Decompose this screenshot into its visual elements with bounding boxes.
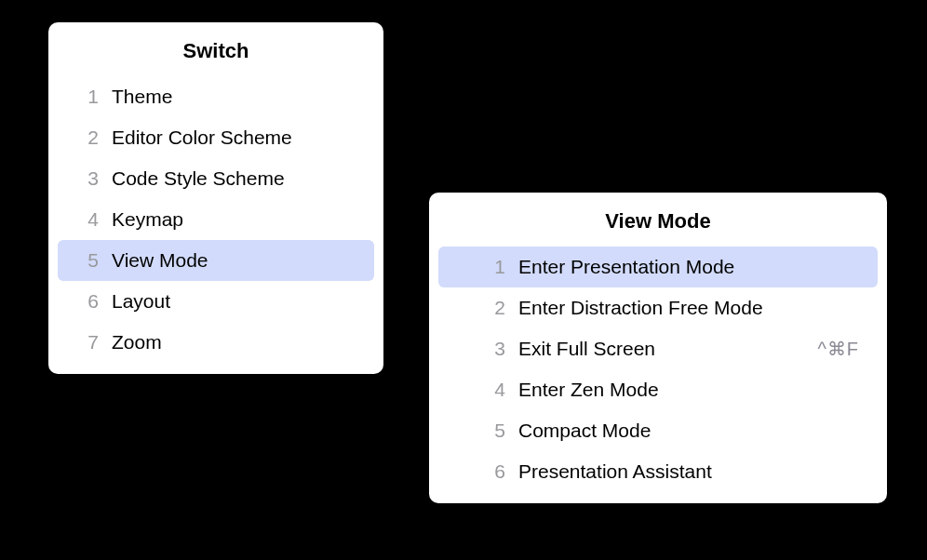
item-number: 5 (74, 249, 99, 272)
switch-item-zoom[interactable]: 7 Zoom (58, 322, 374, 363)
switch-popup-title: Switch (48, 22, 383, 76)
item-number: 4 (448, 379, 505, 401)
item-label: Code Style Scheme (112, 167, 357, 190)
item-number: 6 (74, 290, 99, 313)
item-label: Enter Presentation Mode (518, 256, 859, 278)
item-number: 1 (74, 86, 99, 108)
item-number: 3 (74, 167, 99, 190)
viewmode-popup-title: View Mode (429, 193, 887, 247)
item-number: 1 (448, 256, 505, 278)
switch-item-layout[interactable]: 6 Layout (58, 281, 374, 322)
item-label: Keymap (112, 208, 357, 231)
switch-item-view-mode[interactable]: 5 View Mode (58, 240, 374, 281)
viewmode-item-exit-full-screen[interactable]: 3 Exit Full Screen ^⌘F (438, 328, 878, 369)
viewmode-popup: View Mode 1 Enter Presentation Mode 2 En… (429, 193, 887, 503)
item-label: Enter Zen Mode (518, 379, 859, 401)
viewmode-item-enter-distraction-free-mode[interactable]: 2 Enter Distraction Free Mode (438, 287, 878, 328)
switch-item-theme[interactable]: 1 Theme (58, 76, 374, 117)
viewmode-menu-list: 1 Enter Presentation Mode 2 Enter Distra… (429, 247, 887, 492)
switch-item-editor-color-scheme[interactable]: 2 Editor Color Scheme (58, 117, 374, 158)
viewmode-item-compact-mode[interactable]: 5 Compact Mode (438, 410, 878, 451)
switch-item-keymap[interactable]: 4 Keymap (58, 199, 374, 240)
item-label: Theme (112, 86, 357, 108)
item-shortcut: ^⌘F (817, 338, 859, 360)
switch-menu-list: 1 Theme 2 Editor Color Scheme 3 Code Sty… (48, 76, 383, 363)
item-label: Enter Distraction Free Mode (518, 297, 859, 319)
viewmode-item-presentation-assistant[interactable]: 6 Presentation Assistant (438, 451, 878, 492)
item-number: 5 (448, 420, 505, 442)
item-label: Editor Color Scheme (112, 127, 357, 149)
item-number: 3 (448, 338, 505, 360)
switch-popup: Switch 1 Theme 2 Editor Color Scheme 3 C… (48, 22, 383, 374)
viewmode-item-enter-zen-mode[interactable]: 4 Enter Zen Mode (438, 369, 878, 410)
item-label: Compact Mode (518, 420, 859, 442)
item-label: View Mode (112, 249, 357, 272)
item-number: 6 (448, 460, 505, 483)
viewmode-item-enter-presentation-mode[interactable]: 1 Enter Presentation Mode (438, 247, 878, 287)
item-label: Zoom (112, 331, 357, 353)
item-number: 2 (448, 297, 505, 319)
item-number: 2 (74, 127, 99, 149)
item-number: 7 (74, 331, 99, 353)
switch-item-code-style-scheme[interactable]: 3 Code Style Scheme (58, 158, 374, 199)
item-label: Layout (112, 290, 357, 313)
item-label: Exit Full Screen (518, 338, 817, 360)
item-number: 4 (74, 208, 99, 231)
item-label: Presentation Assistant (518, 460, 859, 483)
